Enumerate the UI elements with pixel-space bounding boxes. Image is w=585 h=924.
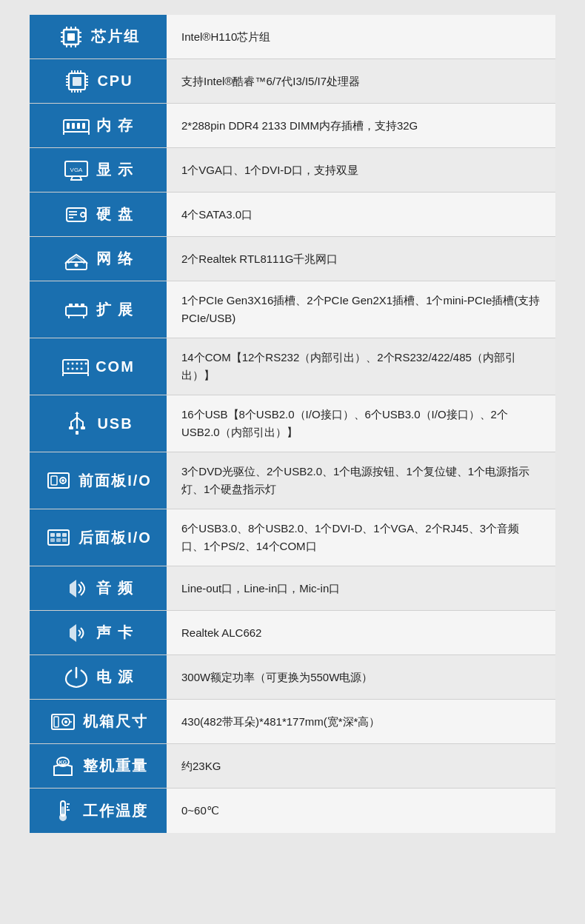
spec-row-rear-panel: 后面板I/O 6个USB3.0、8个USB2.0、1个DVI-D、1个VGA、2… — [30, 509, 555, 566]
spec-value-chassis: 430(482带耳朵)*481*177mm(宽*深*高） — [167, 700, 555, 743]
label-text-chassis: 机箱尺寸 — [83, 712, 148, 732]
spec-label-chassis: 机箱尺寸 — [30, 700, 167, 743]
svg-marker-86 — [70, 626, 76, 640]
label-text-display: 显 示 — [96, 160, 135, 180]
spec-label-soundcard: 声 卡 — [30, 611, 167, 654]
frontpanel-icon — [44, 466, 73, 495]
spec-row-memory: 内 存 2*288pin DDR4 2133 DIMM内存插槽，支持32G — [30, 104, 555, 148]
spec-value-power: 300W额定功率（可更换为550W电源） — [167, 655, 555, 699]
spec-row-front-panel: 前面板I/O 3个DVD光驱位、2个USB2.0、1个电源按钮、1个复位键、1个… — [30, 452, 555, 509]
spec-value-network: 2个Realtek RTL8111G千兆网口 — [167, 237, 555, 281]
memory-icon — [62, 112, 90, 140]
label-text-chipset: 芯片组 — [91, 27, 140, 47]
svg-rect-36 — [82, 123, 85, 129]
com-icon — [61, 352, 90, 381]
spec-value-weight: 约23KG — [167, 744, 555, 788]
svg-rect-54 — [81, 304, 84, 307]
label-text-power: 电 源 — [96, 667, 135, 687]
svg-rect-72 — [76, 431, 78, 435]
label-text-cpu: CPU — [97, 73, 133, 90]
svg-rect-81 — [62, 533, 67, 537]
spec-label-com: COM — [30, 338, 167, 395]
spec-value-harddisk: 4个SATA3.0口 — [167, 192, 555, 236]
svg-rect-70 — [81, 426, 85, 429]
chassis-icon — [49, 708, 77, 736]
spec-label-harddisk: 硬 盘 — [30, 192, 167, 236]
label-text-rear-panel: 后面板I/O — [78, 528, 152, 548]
label-text-network: 网 络 — [96, 249, 135, 269]
spec-row-chipset: 芯片组 Intel®H110芯片组 — [30, 15, 555, 59]
label-text-audio: 音 频 — [96, 578, 135, 598]
spec-label-cpu: CPU — [30, 59, 167, 103]
spec-row-power: 电 源 300W额定功率（可更换为550W电源） — [30, 655, 555, 700]
spec-row-soundcard: 声 卡 Realtek ALC662 — [30, 611, 555, 655]
svg-rect-84 — [62, 538, 67, 542]
temperature-icon — [49, 797, 77, 825]
cpu-icon — [63, 67, 91, 96]
label-text-memory: 内 存 — [96, 116, 135, 135]
svg-rect-53 — [75, 304, 78, 307]
network-icon — [62, 245, 90, 273]
spec-value-front-panel: 3个DVD光驱位、2个USB2.0、1个电源按钮、1个复位键、1个电源指示灯、1… — [167, 452, 555, 509]
svg-rect-96 — [61, 806, 64, 817]
soundcard-icon — [62, 619, 90, 647]
spec-value-expansion: 1个PCIe Gen3X16插槽、2个PCIe Gen2X1插槽、1个mini-… — [167, 281, 555, 338]
spec-value-soundcard: Realtek ALC662 — [167, 611, 555, 654]
spec-label-weight: KG 整机重量 — [30, 744, 167, 788]
svg-rect-79 — [50, 533, 55, 537]
svg-rect-74 — [51, 476, 57, 485]
svg-rect-34 — [72, 123, 75, 129]
spec-label-expansion: 扩 展 — [30, 281, 167, 338]
spec-row-audio: 音 频 Line-out口，Line-in口，Mic-in口 — [30, 566, 555, 611]
spec-label-rear-panel: 后面板I/O — [30, 509, 167, 566]
label-text-front-panel: 前面板I/O — [78, 471, 152, 491]
svg-rect-82 — [50, 538, 55, 542]
weight-icon: KG — [49, 752, 77, 780]
svg-rect-52 — [69, 304, 73, 307]
spec-page: 芯片组 Intel®H110芯片组 CPU — [30, 15, 555, 833]
audio-icon — [62, 575, 90, 603]
spec-row-cpu: CPU 支持Intel®酷睿™6/7代I3/I5/I7处理器 — [30, 59, 555, 104]
svg-rect-35 — [77, 123, 80, 129]
svg-point-49 — [74, 263, 78, 267]
spec-label-temperature: 工作温度 — [30, 789, 167, 833]
spec-value-rear-panel: 6个USB3.0、8个USB2.0、1个DVI-D、1个VGA、2个RJ45、3… — [167, 509, 555, 566]
label-text-usb: USB — [97, 415, 133, 432]
svg-point-64 — [72, 368, 74, 370]
spec-value-display: 1个VGA口、1个DVI-D口，支持双显 — [167, 148, 555, 192]
svg-text:KG: KG — [58, 760, 67, 765]
spec-row-temperature: 工作温度 0~60℃ — [30, 789, 555, 833]
spec-label-usb: USB — [30, 395, 167, 452]
svg-rect-15 — [73, 77, 81, 86]
svg-rect-51 — [66, 307, 87, 315]
label-text-weight: 整机重量 — [83, 756, 148, 776]
svg-point-58 — [67, 363, 70, 365]
spec-label-power: 电 源 — [30, 655, 167, 699]
spec-row-display: VGA 显 示 1个VGA口、1个DVI-D口，支持双显 — [30, 148, 555, 192]
harddisk-icon — [62, 201, 90, 229]
chipset-icon — [57, 23, 85, 51]
svg-text:VGA: VGA — [70, 167, 83, 173]
rearpanel-icon — [44, 523, 73, 552]
label-text-soundcard: 声 卡 — [96, 623, 135, 643]
svg-rect-78 — [48, 530, 69, 545]
spec-label-network: 网 络 — [30, 237, 167, 281]
svg-point-61 — [81, 363, 83, 365]
usb-icon — [63, 409, 91, 438]
svg-rect-69 — [69, 426, 73, 429]
svg-rect-1 — [67, 33, 75, 41]
label-text-com: COM — [96, 358, 135, 375]
label-text-temperature: 工作温度 — [83, 801, 148, 821]
spec-label-front-panel: 前面板I/O — [30, 452, 167, 509]
svg-marker-85 — [70, 581, 76, 596]
svg-point-62 — [85, 363, 87, 365]
spec-label-display: VGA 显 示 — [30, 148, 167, 192]
label-text-expansion: 扩 展 — [96, 300, 135, 320]
expansion-icon — [62, 295, 90, 324]
spec-label-audio: 音 频 — [30, 566, 167, 610]
svg-point-60 — [76, 363, 78, 365]
svg-point-65 — [76, 368, 78, 370]
svg-point-66 — [81, 368, 83, 370]
spec-row-network: 网 络 2个Realtek RTL8111G千兆网口 — [30, 237, 555, 281]
spec-value-audio: Line-out口，Line-in口，Mic-in口 — [167, 566, 555, 610]
